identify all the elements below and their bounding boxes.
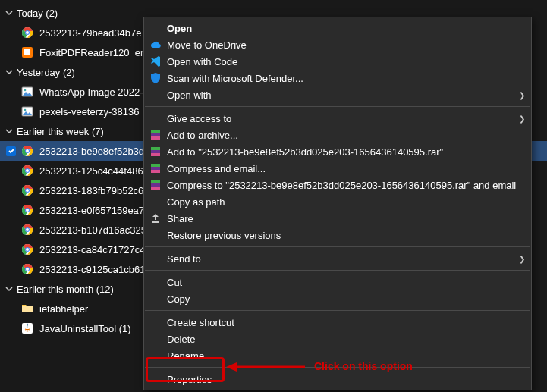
menu-item-properties[interactable]: Properties	[144, 371, 531, 387]
menu-icon-empty	[147, 110, 164, 127]
chrome-icon	[21, 224, 33, 236]
menu-item-move-onedrive[interactable]: Move to OneDrive	[144, 36, 531, 53]
menu-label: Open	[167, 23, 525, 34]
chrome-icon	[21, 165, 33, 177]
chrome-icon	[21, 204, 33, 216]
menu-item-add-archive[interactable]: Add to archive...	[144, 127, 531, 143]
menu-icon-empty	[147, 227, 164, 243]
foxit-icon	[21, 46, 33, 58]
svg-point-11	[26, 149, 29, 152]
context-menu: OpenMove to OneDriveOpen with CodeScan w…	[143, 17, 532, 390]
menu-label: Send to	[167, 253, 519, 265]
menu-item-give-access[interactable]: Give access to❯	[144, 110, 531, 127]
svg-rect-4	[24, 49, 30, 55]
menu-item-restore-versions[interactable]: Restore previous versions	[144, 227, 531, 243]
menu-icon-empty	[147, 86, 164, 103]
chrome-icon	[21, 145, 33, 157]
file-name: JavaUninstallTool (1)	[39, 323, 131, 334]
menu-separator	[145, 246, 530, 247]
chrome-icon	[21, 243, 33, 256]
menu-item-compress-to-email[interactable]: Compress to "2532213-be9e8ef52b3dd025e20…	[144, 177, 531, 193]
menu-item-copy-as-path[interactable]: Copy as path	[144, 193, 531, 210]
chrome-icon	[21, 27, 33, 39]
menu-item-copy[interactable]: Copy	[144, 290, 531, 307]
menu-icon-empty	[147, 193, 164, 210]
svg-point-29	[26, 268, 29, 271]
menu-item-compress-email[interactable]: Compress and email...	[144, 160, 531, 177]
winrar-icon	[147, 177, 164, 193]
folder-icon	[21, 303, 33, 315]
group-label: Earlier this month (12)	[17, 284, 114, 295]
menu-item-cut[interactable]: Cut	[144, 274, 531, 290]
menu-icon-empty	[147, 371, 164, 387]
menu-item-share[interactable]: Share	[144, 210, 531, 227]
menu-item-delete[interactable]: Delete	[144, 331, 531, 347]
menu-item-send-to[interactable]: Send to❯	[144, 250, 531, 267]
menu-item-create-shortcut[interactable]: Create shortcut	[144, 314, 531, 331]
winrar-icon	[147, 160, 164, 177]
group-label: Yesterday (2)	[17, 67, 75, 78]
menu-icon-empty	[147, 20, 164, 36]
winrar-icon	[147, 143, 164, 160]
menu-label: Rename	[167, 350, 525, 362]
menu-label: Open with	[167, 89, 519, 101]
menu-label: Share	[167, 213, 525, 224]
menu-icon-empty	[147, 290, 164, 307]
menu-label: Cut	[167, 277, 525, 288]
chevron-down-icon	[5, 9, 14, 17]
chevron-down-icon	[5, 285, 14, 293]
menu-icon-empty	[147, 331, 164, 347]
menu-separator	[145, 270, 530, 271]
svg-point-23	[26, 228, 29, 231]
svg-rect-43	[152, 221, 159, 223]
image-icon	[21, 86, 33, 98]
file-name: 2532213-125c4c44f4861e8	[39, 165, 159, 177]
menu-label: Restore previous versions	[167, 230, 525, 241]
menu-item-open-with[interactable]: Open with❯	[144, 86, 531, 103]
menu-item-scan-defender[interactable]: Scan with Microsoft Defender...	[144, 70, 531, 86]
svg-point-6	[24, 89, 27, 92]
chrome-icon	[21, 263, 33, 275]
svg-point-8	[24, 109, 27, 111]
group-label: Today (2)	[17, 8, 58, 19]
chevron-down-icon	[5, 68, 14, 76]
menu-label: Properties	[167, 374, 525, 385]
menu-item-rename[interactable]: Rename	[144, 347, 531, 364]
file-name: 2532213-b107d16ac325e5	[39, 224, 157, 236]
menu-label: Compress to "2532213-be9e8ef52b3dd025e20…	[167, 180, 525, 191]
menu-item-open[interactable]: Open	[144, 20, 531, 36]
cloud-icon	[147, 36, 164, 53]
svg-point-2	[26, 31, 29, 34]
menu-label: Add to "2532213-be9e8ef52b3dd025e203-165…	[167, 146, 525, 158]
shield-icon	[147, 70, 164, 86]
svg-rect-38	[151, 164, 160, 167]
svg-rect-42	[151, 187, 160, 190]
checkbox-checked-icon[interactable]	[6, 146, 16, 156]
menu-item-open-with-code[interactable]: Open with Code	[144, 53, 531, 70]
chevron-right-icon: ❯	[519, 91, 525, 99]
chrome-icon	[21, 184, 33, 196]
file-name: pexels-veeterzy-38136	[39, 106, 140, 118]
svg-point-26	[26, 248, 29, 251]
menu-separator	[145, 367, 530, 368]
menu-label: Copy	[167, 293, 525, 305]
menu-item-add-to-rar[interactable]: Add to "2532213-be9e8ef52b3dd025e203-165…	[144, 143, 531, 160]
menu-label: Scan with Microsoft Defender...	[167, 73, 525, 84]
share-icon	[147, 210, 164, 227]
file-name: 2532213-79bead34b7e72d	[39, 27, 158, 39]
chevron-down-icon	[5, 127, 14, 135]
chevron-right-icon: ❯	[519, 114, 525, 123]
menu-label: Add to archive...	[167, 130, 525, 141]
menu-label: Open with Code	[167, 56, 525, 67]
chevron-right-icon: ❯	[519, 255, 525, 263]
svg-point-14	[26, 169, 29, 172]
menu-icon-empty	[147, 314, 164, 331]
svg-rect-33	[151, 136, 160, 140]
svg-point-20	[26, 209, 29, 212]
winrar-icon	[147, 127, 164, 143]
menu-icon-empty	[147, 274, 164, 290]
menu-icon-empty	[147, 250, 164, 267]
svg-rect-35	[151, 147, 160, 150]
menu-label: Move to OneDrive	[167, 39, 525, 51]
menu-label: Create shortcut	[167, 317, 525, 328]
